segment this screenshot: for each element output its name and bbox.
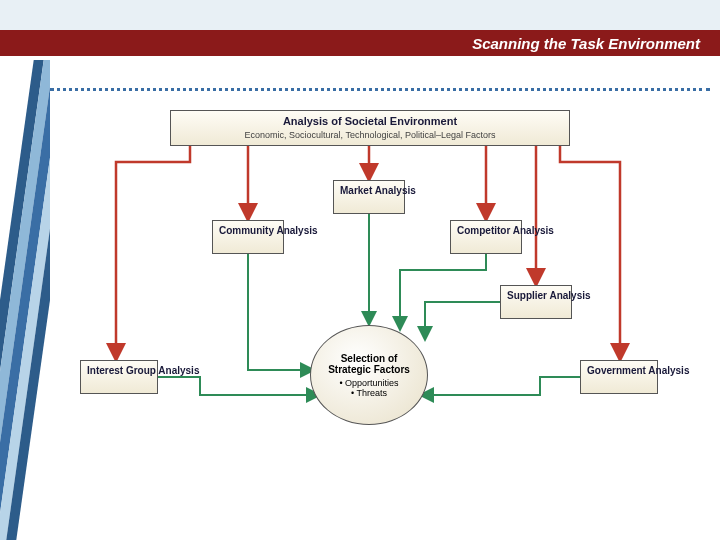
header-box: Analysis of Societal Environment Economi… xyxy=(170,110,570,146)
top-band xyxy=(0,0,720,30)
node-community: Community Analysis xyxy=(212,220,284,254)
node-interest: Interest Group Analysis xyxy=(80,360,158,394)
node-supplier: Supplier Analysis xyxy=(500,285,572,319)
node-competitor: Competitor Analysis xyxy=(450,220,522,254)
node-competitor-label: Competitor Analysis xyxy=(457,225,515,237)
side-art xyxy=(0,60,50,540)
node-government-label: Government Analysis xyxy=(587,365,651,377)
slide-title: Scanning the Task Environment xyxy=(472,35,700,52)
node-market: Market Analysis xyxy=(333,180,405,214)
dotted-divider xyxy=(50,88,710,91)
node-government: Government Analysis xyxy=(580,360,658,394)
title-bar: Scanning the Task Environment xyxy=(0,30,720,56)
node-supplier-label: Supplier Analysis xyxy=(507,290,565,302)
center-title: Selection of Strategic Factors xyxy=(319,353,419,375)
node-interest-label: Interest Group Analysis xyxy=(87,365,151,377)
center-bullet-2: • Threats xyxy=(351,388,387,398)
header-subtitle: Economic, Sociocultural, Technological, … xyxy=(177,130,563,141)
header-title: Analysis of Societal Environment xyxy=(177,115,563,128)
center-bullet-1: • Opportunities xyxy=(339,378,398,388)
diagram: Analysis of Societal Environment Economi… xyxy=(80,110,660,480)
node-market-label: Market Analysis xyxy=(340,185,398,197)
center-circle: Selection of Strategic Factors • Opportu… xyxy=(310,325,428,425)
node-community-label: Community Analysis xyxy=(219,225,277,237)
